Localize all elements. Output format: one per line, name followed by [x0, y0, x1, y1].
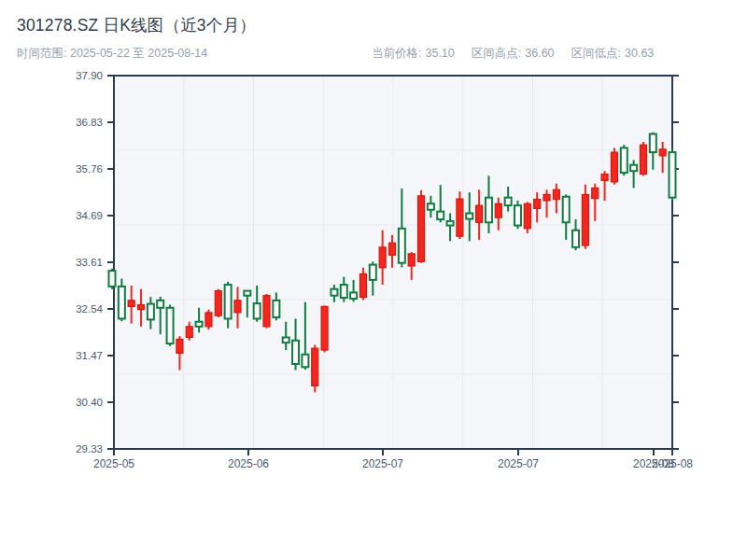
candle-body — [225, 285, 232, 318]
candle-body — [186, 327, 192, 338]
range-high-label: 区间高点: — [472, 47, 521, 60]
candle-body — [128, 301, 134, 307]
candle-body — [244, 291, 250, 296]
candle-body — [389, 243, 396, 255]
candle-body — [418, 196, 425, 261]
range-high-stat: 区间高点:36.60 — [472, 46, 555, 62]
candle-body — [630, 165, 637, 172]
date-range-label: 时间范围: 2025-05-22 至 2025-08-14 — [17, 46, 207, 62]
candle-body — [514, 205, 521, 225]
candle-body — [437, 212, 444, 219]
candle-body — [148, 304, 154, 320]
page-title: 301278.SZ 日K线图（近3个月） — [17, 14, 256, 36]
y-tick-label: 37.90 — [76, 70, 103, 81]
candle-body — [341, 285, 347, 298]
candle-body — [601, 174, 608, 180]
candle-body — [205, 313, 212, 327]
x-tick-label: 2025-06 — [228, 457, 269, 470]
candle-body — [302, 355, 308, 368]
price-stats: 当前价格:35.10 区间高点:36.60 区间低点:30.63 — [372, 46, 654, 62]
candle-body — [408, 254, 415, 266]
x-tick-label: 2025-05 — [93, 457, 134, 470]
candle-body — [428, 203, 434, 210]
candle-body — [650, 134, 656, 153]
candle-body — [611, 152, 617, 182]
candle-body — [138, 305, 145, 310]
candle-body — [331, 289, 337, 296]
y-tick-label: 30.40 — [76, 397, 103, 408]
x-tick-label: 2025-07 — [362, 457, 403, 470]
current-price-label: 当前价格: — [372, 47, 421, 60]
candle-body — [659, 149, 666, 156]
candle-body — [476, 205, 483, 222]
candle-body — [505, 198, 512, 205]
candle-body — [292, 341, 299, 364]
candle-body — [640, 145, 646, 174]
range-low-stat: 区间低点:30.63 — [571, 46, 655, 62]
x-tick-label: 2025-08 — [652, 457, 693, 470]
candle-body — [457, 199, 463, 236]
candle-body — [273, 301, 279, 317]
y-tick-label: 31.47 — [76, 350, 103, 361]
y-tick-label: 36.83 — [76, 117, 103, 128]
candle-body — [495, 203, 501, 217]
candle-body — [534, 200, 541, 209]
candle-body — [350, 292, 357, 299]
candle-body — [321, 306, 328, 350]
y-tick-label: 35.76 — [76, 163, 103, 175]
candle-body — [486, 198, 492, 223]
candlestick-chart: 37.9036.8335.7634.6933.6132.5431.4730.40… — [0, 0, 747, 560]
candle-body — [157, 301, 163, 308]
candle-body — [109, 271, 116, 287]
candle-body — [263, 296, 270, 327]
candle-body — [176, 339, 183, 353]
candle-body — [254, 303, 261, 318]
candle-body — [621, 147, 627, 173]
y-tick-label: 34.69 — [76, 210, 103, 221]
candle-body — [563, 197, 570, 223]
range-low-label: 区间低点: — [571, 47, 621, 60]
y-tick-label: 29.33 — [76, 443, 103, 455]
range-high-value: 36.60 — [525, 47, 554, 60]
current-price-stat: 当前价格:35.10 — [372, 46, 455, 62]
candle-body — [553, 189, 559, 199]
candle-body — [359, 273, 366, 297]
candle-body — [582, 194, 588, 245]
candle-body — [379, 247, 386, 268]
candle-body — [370, 265, 376, 280]
candle-body — [669, 152, 676, 198]
candle-body — [283, 338, 289, 343]
candle-body — [312, 348, 318, 385]
candle-body — [399, 229, 405, 263]
candle-body — [543, 194, 550, 201]
candle-body — [466, 213, 472, 218]
candle-body — [524, 203, 530, 229]
y-tick-label: 32.54 — [76, 303, 103, 315]
candle-body — [234, 301, 241, 313]
candle-body — [167, 308, 174, 343]
candle-body — [572, 231, 579, 247]
y-tick-label: 33.61 — [76, 257, 103, 268]
candle-body — [196, 322, 203, 327]
x-tick-label: 2025-07 — [498, 457, 539, 470]
range-low-value: 30.63 — [625, 47, 654, 60]
current-price-value: 35.10 — [425, 47, 454, 60]
candle-body — [592, 188, 599, 198]
candle-body — [447, 221, 454, 226]
candle-body — [215, 291, 221, 316]
candle-body — [119, 287, 125, 319]
